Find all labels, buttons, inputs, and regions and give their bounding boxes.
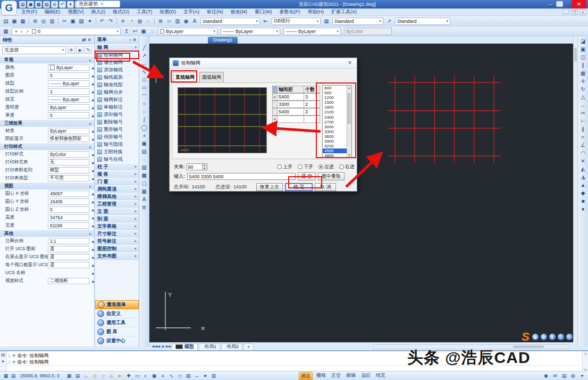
screen-menu-item[interactable]: 轴网标注 — [95, 96, 139, 103]
phone-icon[interactable]: ◗ — [566, 334, 573, 340]
screen-menu-item[interactable]: 墙生轴网 — [95, 59, 139, 66]
workspace-icon[interactable]: ▨ — [184, 373, 192, 379]
mtext-icon[interactable]: ≣ — [140, 203, 148, 211]
paste-icon[interactable]: ▨ — [77, 17, 86, 25]
property-row[interactable]: 线宽 ByLayer ▴ — [0, 95, 94, 103]
screen-menu-item[interactable]: 添加轴线 — [95, 66, 139, 73]
publish-icon[interactable]: ▥ — [48, 17, 56, 25]
intersect-icon[interactable]: ▲ — [579, 181, 587, 189]
menu-item[interactable]: 修改(M) — [231, 9, 248, 15]
add-layout-tab[interactable]: + — [243, 343, 254, 350]
dock-icon[interactable]: ⇄ — [82, 37, 86, 43]
property-row[interactable]: 三维效果 ▴ — [0, 119, 94, 127]
snap-mode-icon[interactable]: ▦ — [65, 373, 73, 379]
tab-arc-axis-grid[interactable]: 圆弧轴网 — [199, 72, 224, 82]
screen-menu-item[interactable]: 门 窗 — [95, 178, 139, 185]
menu-item[interactable]: 文件(F) — [21, 9, 37, 15]
linetype-combo[interactable]: ——— ByLayer ▾ — [221, 28, 280, 35]
property-row[interactable]: 视图 ▴ — [0, 182, 94, 189]
transparency-icon[interactable]: ◐ — [142, 373, 149, 379]
sep[interactable] — [154, 18, 155, 24]
save-icon[interactable]: ▦ — [19, 17, 27, 25]
screen-menu-bottom-item[interactable]: 重装菜单 — [95, 300, 139, 309]
tray-arrow-icon[interactable]: ▾ — [578, 373, 586, 379]
trim-icon[interactable]: ✂ — [579, 109, 587, 117]
property-row[interactable]: 高度 34754 ▴ — [0, 213, 94, 221]
clean-screen-icon[interactable]: ▥ — [210, 373, 217, 379]
menu-item[interactable]: 扩展工具(X) — [331, 9, 357, 15]
undo-dropdown-icon[interactable]: ▾ — [67, 1, 74, 8]
circle-icon[interactable]: ○ — [140, 100, 148, 108]
layers-icon[interactable]: ≣ — [156, 17, 165, 25]
point-icon[interactable]: ∙ — [140, 155, 148, 163]
match-properties-icon[interactable]: ✦ — [86, 17, 94, 25]
grid-icon[interactable]: ▤ — [74, 373, 81, 379]
screen-menu-item[interactable]: 图层控制 — [95, 245, 139, 252]
screen-menu-bottom-item[interactable]: 通用工具 — [95, 318, 139, 327]
line-icon[interactable]: ╱ — [140, 44, 148, 52]
menu-item[interactable]: 窗口(W) — [255, 9, 272, 15]
insert-block-icon[interactable]: ▣ — [140, 139, 148, 147]
erase-icon[interactable]: ◪ — [579, 37, 587, 45]
copy-icon[interactable]: ▣ — [69, 17, 77, 25]
spline-icon[interactable]: ∫ — [140, 115, 148, 123]
layer-unisolate-icon[interactable]: ◌ — [148, 27, 156, 35]
quick-select-icon[interactable]: ✎ — [85, 46, 92, 54]
command-scrollbar[interactable]: ▲▼ — [582, 351, 588, 372]
screen-menu-item[interactable]: 绘制轴网 — [95, 51, 139, 59]
dyn-icon[interactable]: ✚ — [125, 373, 132, 379]
screen-menu-item[interactable]: 主附转换 — [95, 148, 139, 155]
screen-menu-item[interactable]: 单轴标注 — [95, 103, 139, 111]
qp-icon[interactable]: ▣ — [150, 373, 158, 379]
mirror-icon[interactable]: ◫ — [579, 53, 587, 61]
sc-icon[interactable]: ≡ — [159, 373, 166, 379]
screen-menu-item[interactable]: 添补轴号 — [95, 111, 139, 118]
extend-icon[interactable]: ⊢ — [579, 117, 587, 125]
lock-icon[interactable]: ● — [201, 373, 209, 379]
polygon-icon[interactable]: ◇ — [140, 76, 148, 84]
screen-menu-item[interactable]: 柱 子 — [95, 163, 139, 170]
menu-item[interactable]: 编辑(E) — [45, 9, 61, 15]
close-button[interactable]: ✕ — [572, 0, 586, 9]
voice-icon[interactable]: ◉ — [532, 334, 539, 340]
fillet-icon[interactable]: ◠ — [579, 149, 587, 157]
sep[interactable] — [58, 18, 58, 24]
plot-icon[interactable]: ⊜ — [31, 17, 39, 25]
property-row[interactable]: 注释比例 1:1 ▴ — [0, 237, 94, 245]
color-combo[interactable]: ByLayer ▾ — [158, 28, 217, 35]
screen-menu-item[interactable]: 剖 面 — [95, 215, 139, 222]
screen-menu-item[interactable]: 轴改线型 — [95, 81, 139, 88]
property-row[interactable]: 圆心 X 坐标 45067 ▴ — [0, 189, 94, 197]
mdi-minimize-button[interactable]: — — [562, 10, 569, 15]
redo-icon[interactable]: ↷ — [106, 17, 115, 25]
subtract-icon[interactable]: ◮ — [579, 173, 587, 181]
move-icon[interactable]: ✛ — [579, 77, 587, 85]
status-toggle[interactable]: 捕捉 — [299, 372, 313, 380]
property-row[interactable]: 圆心 Y 坐标 15405 ▴ — [0, 197, 94, 205]
screen-menu-item[interactable]: 重排轴号 — [95, 126, 139, 133]
ortho-icon[interactable]: ∟ — [82, 373, 90, 379]
make-block-icon[interactable]: ▤ — [140, 147, 148, 155]
screen-menu-item[interactable]: 工程管理 — [95, 200, 139, 208]
selection-combo[interactable]: 无选择 ▾ — [2, 46, 66, 54]
chamfer-icon[interactable]: ∠ — [579, 141, 587, 149]
property-row[interactable]: 在原点显示 UCS 图标 是 ▴ — [0, 253, 94, 261]
text-style-combo[interactable]: Standard▾ — [200, 18, 260, 25]
screen-menu-item[interactable]: 墙 体 — [95, 170, 139, 178]
property-row[interactable]: 打印样式 ▴ — [0, 143, 94, 150]
pin-icon[interactable]: ▫ — [129, 37, 131, 43]
mleader-style-combo[interactable]: Standard▾ — [395, 18, 450, 25]
spacing-table-row[interactable]: ▸ 5400 3 — [272, 93, 320, 101]
layout-nav-arrow[interactable]: ◀◀ — [152, 344, 156, 349]
menu-item[interactable]: 视图(V) — [68, 9, 84, 15]
otrack-icon[interactable]: ∠ — [108, 373, 115, 379]
menu-item[interactable]: 绘图(D) — [160, 9, 177, 15]
layer-properties-icon[interactable]: ▦ — [2, 27, 10, 35]
zoom-window-icon[interactable]: ◍ — [136, 17, 144, 25]
menu-item[interactable]: 工具(T) — [137, 9, 153, 15]
status-toggle[interactable]: 线宽 — [374, 372, 387, 380]
layer-previous-icon[interactable]: ↩ — [131, 27, 139, 35]
screen-menu-item[interactable]: 立 面 — [95, 208, 139, 215]
screen-menu-bottom-item[interactable]: 自定义 — [95, 309, 139, 318]
download-icon[interactable]: ↓ — [558, 334, 564, 340]
